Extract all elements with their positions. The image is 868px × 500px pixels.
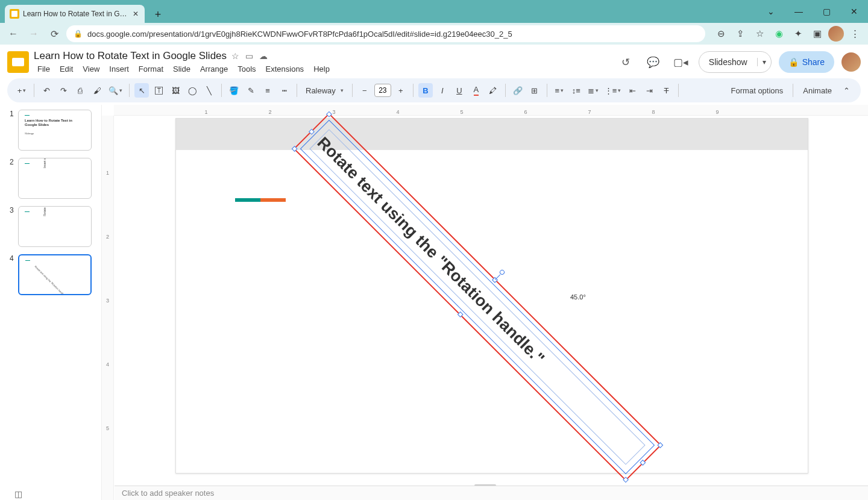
window-controls: ⌄ — ▢ ✕ — [757, 0, 868, 23]
share-page-icon[interactable]: ⇪ — [732, 25, 749, 42]
undo-button[interactable]: ↶ — [39, 83, 54, 98]
thumb-number: 3 — [10, 206, 16, 214]
star-icon[interactable]: ☆ — [751, 25, 768, 42]
forward-button[interactable]: → — [25, 25, 42, 42]
selected-textbox[interactable]: Rotate text using the "Rotation handle." — [294, 113, 662, 481]
menu-slide[interactable]: Slide — [169, 63, 194, 75]
maximize-icon[interactable]: ▢ — [813, 0, 840, 23]
menu-file[interactable]: File — [34, 63, 54, 75]
shape-tool[interactable]: ◯ — [185, 83, 200, 98]
menu-format[interactable]: Format — [135, 63, 167, 75]
back-button[interactable]: ← — [5, 25, 22, 42]
menu-insert[interactable]: Insert — [105, 63, 133, 75]
font-size-increase[interactable]: + — [394, 83, 408, 98]
menu-extensions[interactable]: Extensions — [262, 63, 308, 75]
fill-color-button[interactable]: 🪣 — [227, 83, 241, 98]
comments-icon[interactable]: 💬 — [643, 52, 664, 72]
menu-help[interactable]: Help — [310, 63, 333, 75]
thumb-number: 1 — [10, 110, 16, 118]
indent-increase-button[interactable]: ⇥ — [642, 83, 656, 98]
insert-comment-button[interactable]: ⊞ — [527, 83, 542, 98]
toolbar-collapse-icon[interactable]: ⌃ — [839, 83, 854, 98]
align-button[interactable]: ≡▾ — [552, 83, 567, 98]
thumb-number: 4 — [10, 254, 16, 263]
paint-format-button[interactable]: 🖌 — [90, 83, 104, 98]
chevron-down-icon[interactable]: ⌄ — [757, 0, 785, 23]
slide-thumb-4[interactable]: Rotate text using the "Rotation handle." — [18, 254, 92, 295]
redo-button[interactable]: ↷ — [56, 83, 71, 98]
address-bar[interactable]: 🔒 docs.google.com/presentation/d/1grvE0g… — [66, 25, 705, 42]
filmstrip[interactable]: 1 Learn How to Rotate Text in Google Sli… — [0, 105, 101, 500]
border-dash-button[interactable]: ┅ — [277, 83, 292, 98]
slide-header-band — [176, 119, 808, 150]
rotation-angle-label: 45.0° — [570, 293, 586, 301]
clear-formatting-button[interactable]: T — [659, 83, 673, 98]
select-tool[interactable]: ↖ — [134, 83, 149, 98]
move-doc-icon[interactable]: ▭ — [245, 51, 253, 61]
text-color-button[interactable]: A — [469, 83, 483, 98]
new-slide-button[interactable]: +▾ — [14, 83, 29, 98]
share-button[interactable]: 🔒 Share — [779, 51, 834, 73]
minimize-icon[interactable]: — — [785, 0, 813, 23]
document-title[interactable]: Learn How to Rotate Text in Google Slide… — [34, 50, 227, 62]
line-tool[interactable]: ╲ — [202, 83, 216, 98]
version-history-icon[interactable]: ↺ — [615, 52, 636, 72]
italic-button[interactable]: I — [435, 83, 450, 98]
textbox-tool[interactable]: 🅃 — [151, 83, 166, 98]
font-size-decrease[interactable]: − — [357, 83, 372, 98]
close-tab-icon[interactable]: ✕ — [131, 10, 140, 18]
new-tab-button[interactable]: + — [149, 6, 166, 23]
image-tool[interactable]: 🖼 — [168, 83, 183, 98]
slides-logo[interactable] — [7, 51, 29, 73]
slide-thumb-3[interactable]: Rotate text via the "Arrange" menu tab. — [18, 206, 92, 247]
zoom-button[interactable]: 🔍▾ — [107, 83, 124, 98]
print-button[interactable]: ⎙ — [73, 83, 87, 98]
border-weight-button[interactable]: ≡ — [260, 83, 275, 98]
speaker-notes[interactable]: Click to add speaker notes — [115, 486, 868, 500]
bold-button[interactable]: B — [418, 83, 433, 98]
numbered-list-button[interactable]: ≣▾ — [586, 83, 600, 98]
meet-icon[interactable]: ▢◂ — [671, 52, 691, 72]
close-icon[interactable]: ✕ — [840, 0, 868, 23]
highlight-button[interactable]: 🖍 — [486, 83, 500, 98]
resize-handle[interactable] — [657, 442, 663, 448]
menu-tools[interactable]: Tools — [234, 63, 259, 75]
resize-handle[interactable] — [623, 477, 629, 483]
slideshow-dropdown[interactable]: ▾ — [757, 58, 771, 66]
slide-thumb-2[interactable]: Insert slide. You can put your content. — [18, 158, 92, 199]
animate-button[interactable]: Animate — [803, 86, 832, 95]
font-family-selector[interactable]: Raleway▾ — [302, 86, 347, 95]
app-header: Learn How to Rotate Text in Google Slide… — [0, 45, 868, 76]
slide-canvas[interactable]: Rotate text using the "Rotation handle."… — [175, 118, 808, 473]
chrome-profile-avatar[interactable] — [828, 26, 844, 42]
explore-icon[interactable]: ◫ — [12, 488, 24, 500]
extensions-icon[interactable]: ✦ — [790, 25, 807, 42]
chrome-menu-icon[interactable]: ⋮ — [846, 25, 863, 42]
star-doc-icon[interactable]: ☆ — [231, 51, 239, 61]
underline-button[interactable]: U — [452, 83, 467, 98]
speaker-notes-placeholder: Click to add speaker notes — [122, 489, 214, 498]
resize-handle[interactable] — [309, 129, 315, 135]
zoom-icon[interactable]: ⊖ — [712, 25, 729, 42]
slideshow-button[interactable]: Slideshow ▾ — [699, 51, 772, 73]
slide-thumb-1[interactable]: Learn How to Rotate Text in Google Slide… — [18, 110, 92, 151]
font-size-input[interactable] — [374, 84, 391, 97]
rotation-handle[interactable] — [498, 269, 505, 275]
insert-link-button[interactable]: 🔗 — [511, 83, 525, 98]
cloud-status-icon[interactable]: ☁ — [259, 51, 268, 61]
line-spacing-button[interactable]: ↕≡ — [569, 83, 583, 98]
extension-grammarly-icon[interactable]: ◉ — [770, 25, 787, 42]
indent-decrease-button[interactable]: ⇤ — [625, 83, 640, 98]
sidepanel-icon[interactable]: ▣ — [809, 25, 826, 42]
menu-view[interactable]: View — [79, 63, 103, 75]
border-color-button[interactable]: ✎ — [244, 83, 258, 98]
browser-tab[interactable]: Learn How to Rotate Text in Goog ✕ — [5, 5, 145, 23]
format-options-button[interactable]: Format options — [731, 86, 784, 95]
resize-handle[interactable] — [458, 311, 464, 317]
bulleted-list-button[interactable]: ⋮≡▾ — [603, 83, 623, 98]
resize-handle[interactable] — [640, 460, 646, 466]
user-avatar[interactable] — [841, 52, 861, 72]
menu-arrange[interactable]: Arrange — [197, 63, 231, 75]
menu-edit[interactable]: Edit — [56, 63, 77, 75]
reload-button[interactable]: ⟳ — [46, 25, 63, 42]
